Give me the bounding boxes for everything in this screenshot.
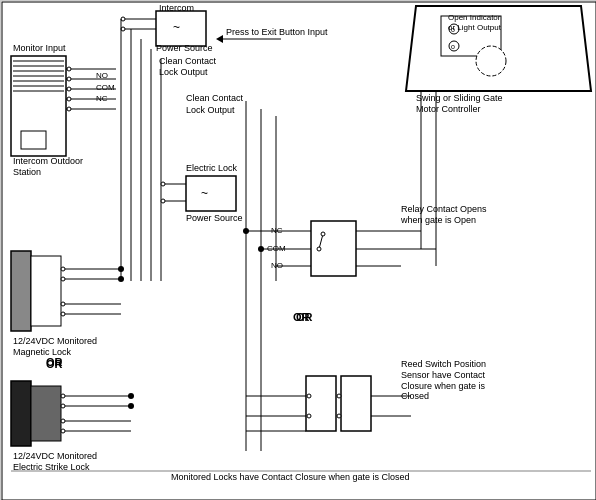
svg-text:Power Source: Power Source [186, 213, 243, 223]
svg-point-58 [61, 302, 65, 306]
svg-text:Monitor Input: Monitor Input [13, 43, 66, 53]
svg-text:Lock Output: Lock Output [186, 105, 235, 115]
svg-rect-24 [156, 11, 206, 46]
svg-point-92 [337, 394, 341, 398]
svg-text:Clean Contact: Clean Contact [186, 93, 244, 103]
svg-text:Intercom: Intercom [159, 3, 194, 13]
reed-switch-label: Reed Switch PositionSensor have ContactC… [401, 359, 486, 402]
open-indicator-label: Open Indicatoror Light Output [448, 13, 501, 32]
svg-text:o: o [451, 43, 455, 50]
svg-point-83 [321, 232, 325, 236]
svg-point-118 [118, 276, 124, 282]
svg-point-65 [61, 394, 65, 398]
svg-text:Press to Exit Button Input: Press to Exit Button Input [226, 27, 328, 37]
svg-text:~: ~ [201, 186, 208, 200]
clean-contact-label: Clean ContactLock Output [159, 56, 216, 78]
svg-rect-42 [186, 176, 236, 211]
svg-point-93 [337, 414, 341, 418]
svg-point-111 [243, 228, 249, 234]
svg-point-112 [258, 246, 264, 252]
svg-point-102 [476, 46, 506, 76]
svg-point-55 [61, 277, 65, 281]
svg-rect-86 [341, 376, 371, 431]
svg-point-69 [61, 419, 65, 423]
svg-rect-51 [31, 256, 61, 326]
svg-rect-61 [11, 381, 31, 446]
svg-point-91 [307, 414, 311, 418]
or-label-1: OR [46, 358, 63, 371]
svg-text:Electric Lock: Electric Lock [186, 163, 238, 173]
svg-rect-9 [21, 131, 46, 149]
wiring-diagram: Monitor Input NO COM NC ~ Intercom Power… [0, 0, 596, 500]
svg-point-54 [61, 267, 65, 271]
svg-point-117 [118, 266, 124, 272]
svg-point-49 [161, 199, 165, 203]
svg-point-82 [317, 247, 321, 251]
svg-point-31 [121, 27, 125, 31]
svg-point-17 [67, 77, 71, 81]
svg-point-124 [128, 403, 134, 409]
svg-text:COM: COM [96, 83, 115, 92]
svg-point-19 [67, 97, 71, 101]
electric-strike-label: 12/24VDC MonitoredElectric Strike Lock [13, 451, 97, 473]
svg-text:NO: NO [96, 71, 108, 80]
svg-point-16 [67, 67, 71, 71]
magnetic-lock-label: 12/24VDC MonitoredMagnetic Lock [13, 336, 97, 358]
svg-point-70 [61, 429, 65, 433]
svg-rect-50 [11, 251, 31, 331]
svg-point-20 [67, 107, 71, 111]
svg-text:~: ~ [173, 20, 180, 34]
svg-point-30 [121, 17, 125, 21]
svg-point-66 [61, 404, 65, 408]
svg-rect-85 [306, 376, 336, 431]
svg-text:Power Source: Power Source [156, 43, 213, 53]
svg-point-123 [128, 393, 134, 399]
svg-text:NC: NC [96, 94, 108, 103]
svg-rect-62 [31, 386, 61, 441]
swing-gate-label: Swing or Sliding GateMotor Controller [416, 93, 503, 115]
intercom-outdoor-station-label: Intercom OutdoorStation [13, 156, 83, 178]
svg-point-18 [67, 87, 71, 91]
monitored-locks-note: Monitored Locks have Contact Closure whe… [171, 472, 410, 483]
svg-point-59 [61, 312, 65, 316]
svg-point-48 [161, 182, 165, 186]
svg-point-90 [307, 394, 311, 398]
or-label-2: OR [293, 311, 310, 324]
relay-contact-label: Relay Contact Openswhen gate is Open [401, 204, 487, 226]
